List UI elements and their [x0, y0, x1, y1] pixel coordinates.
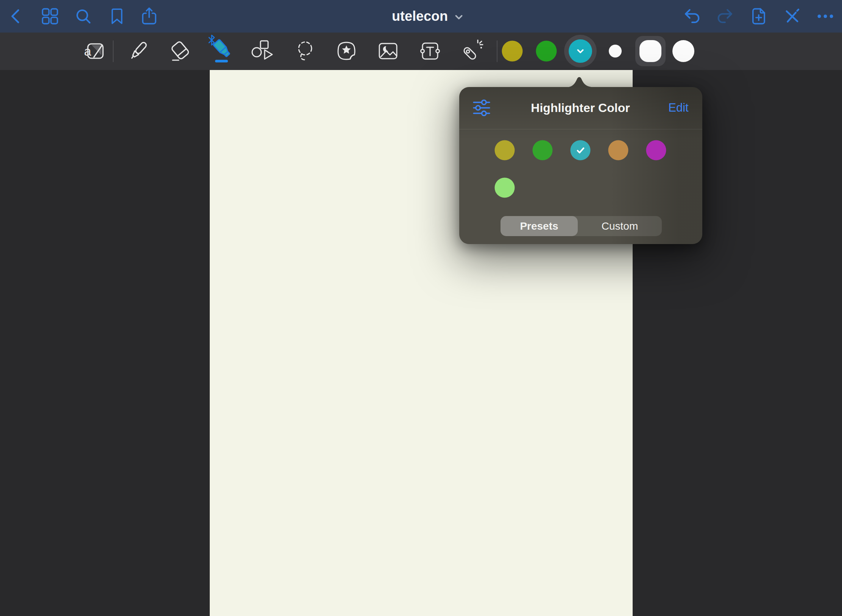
thickness-large[interactable] — [672, 40, 694, 62]
checkmark-icon — [574, 144, 587, 157]
text-tool-icon — [418, 39, 442, 63]
crossed-pencil-icon — [783, 7, 801, 26]
selected-thickness-highlight — [635, 36, 666, 66]
popover-arrow — [565, 76, 597, 87]
elements-sticker-icon — [334, 39, 359, 63]
small-thickness-dot — [609, 45, 622, 58]
tool-laser-pointer[interactable] — [457, 35, 487, 67]
document-title: utelecon — [392, 8, 448, 24]
tool-image[interactable] — [373, 35, 403, 67]
search-button[interactable] — [70, 3, 97, 30]
lasso-icon — [293, 39, 317, 63]
tool-elements[interactable] — [331, 35, 362, 67]
top-navigation-bar: utelecon — [0, 0, 842, 33]
toolbar-divider — [497, 40, 497, 62]
tab-presets[interactable]: Presets — [501, 216, 578, 236]
pen-icon — [126, 39, 150, 63]
pages-overview-button[interactable] — [37, 3, 63, 30]
preset-color-orange[interactable] — [608, 140, 628, 160]
more-button[interactable] — [812, 3, 839, 30]
tool-highlighter[interactable] — [207, 35, 237, 67]
tool-text[interactable] — [415, 35, 445, 67]
share-icon — [140, 7, 159, 26]
bookmark-icon — [108, 7, 126, 26]
thickness-small[interactable] — [609, 45, 622, 58]
image-icon — [376, 39, 400, 63]
swatch-green[interactable] — [536, 41, 557, 62]
swatch-teal-selected[interactable] — [564, 35, 597, 67]
undo-icon — [683, 7, 702, 26]
selected-swatch-ring — [564, 35, 597, 67]
stroke-settings-button[interactable] — [469, 96, 494, 120]
scroll-mode-icon: a — [83, 39, 108, 63]
bluetooth-icon — [207, 34, 217, 46]
redo-icon — [716, 7, 734, 26]
add-page-button[interactable] — [745, 3, 772, 30]
preset-color-olive[interactable] — [495, 140, 515, 160]
laser-pointer-icon — [460, 39, 484, 63]
teal-color-dot — [569, 39, 592, 63]
pen-mode-toggle-button[interactable] — [779, 3, 805, 30]
back-icon — [7, 7, 26, 26]
edit-colors-button[interactable]: Edit — [668, 101, 688, 115]
tool-scroll-mode[interactable]: a — [80, 35, 111, 67]
ellipsis-icon — [816, 7, 835, 26]
chevron-down-icon — [454, 12, 464, 22]
preset-color-light-green[interactable] — [495, 178, 515, 198]
thickness-medium-selected[interactable] — [635, 36, 666, 66]
preset-color-magenta[interactable] — [646, 140, 666, 160]
tool-pen[interactable] — [123, 35, 153, 67]
bookmark-button[interactable] — [104, 3, 130, 30]
share-button[interactable] — [136, 3, 162, 30]
yellow-color-dot — [502, 41, 523, 62]
popover-title: Highlighter Color — [531, 101, 630, 115]
svg-text:a: a — [84, 44, 91, 58]
back-button[interactable] — [3, 3, 30, 30]
undo-button[interactable] — [679, 3, 705, 30]
sliders-icon — [472, 98, 491, 117]
shapes-icon — [251, 39, 275, 63]
eraser-icon — [168, 39, 192, 63]
preset-color-teal-selected[interactable] — [571, 140, 591, 160]
tool-shapes[interactable] — [248, 35, 278, 67]
tool-lasso[interactable] — [290, 35, 320, 67]
large-thickness-dot — [672, 40, 694, 62]
swatch-yellow[interactable] — [502, 41, 523, 62]
presets-custom-segmented-control: Presets Custom — [501, 216, 662, 236]
tab-custom[interactable]: Custom — [578, 216, 662, 236]
medium-thickness-dot — [639, 40, 661, 62]
canvas-area — [0, 70, 842, 616]
tool-eraser[interactable] — [165, 35, 195, 67]
highlighter-color-popover: Highlighter Color Edit Presets Custom — [459, 87, 702, 244]
popover-header: Highlighter Color Edit — [459, 87, 702, 129]
chevron-down-icon — [575, 45, 586, 57]
preset-color-green[interactable] — [533, 140, 553, 160]
tools-toolbar: a — [0, 33, 842, 70]
redo-button[interactable] — [712, 3, 738, 30]
green-color-dot — [536, 41, 557, 62]
add-page-icon — [749, 7, 768, 26]
document-title-menu[interactable]: utelecon — [392, 8, 464, 24]
grid-view-icon — [41, 7, 59, 26]
search-icon — [74, 7, 93, 26]
toolbar-divider — [113, 40, 114, 62]
